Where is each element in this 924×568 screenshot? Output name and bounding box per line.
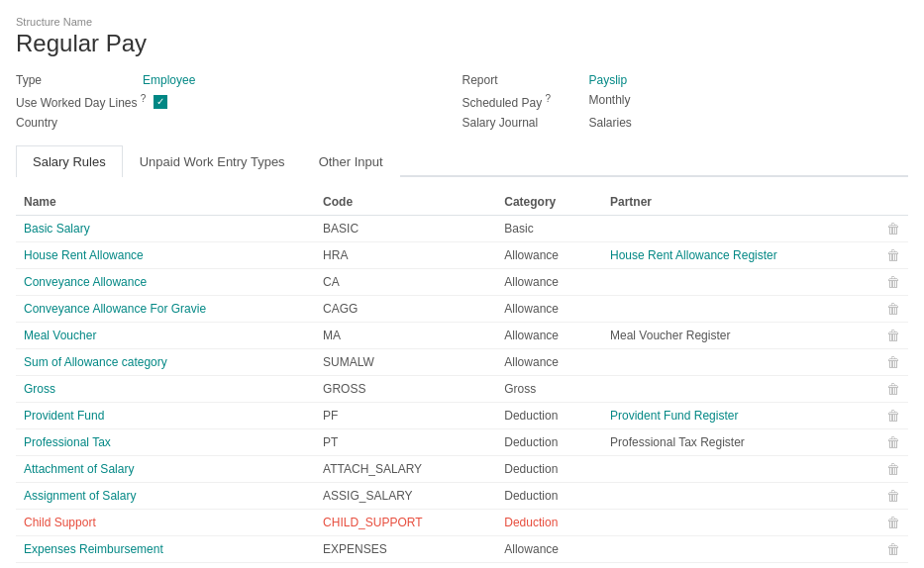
table-row: Child Support CHILD_SUPPORT Deduction 🗑 [16,510,908,536]
type-row: Type Employee [16,73,462,87]
delete-cell[interactable]: 🗑 [878,296,908,323]
row-partner: House Rent Allowance Register [602,242,878,269]
row-partner [602,296,878,323]
row-category: Deduction [496,429,602,456]
delete-icon[interactable]: 🗑 [886,247,900,263]
delete-cell[interactable]: 🗑 [878,510,908,536]
row-category: Deduction [496,483,602,510]
delete-icon[interactable]: 🗑 [886,381,900,397]
row-code: CAGG [315,296,496,323]
delete-cell[interactable]: 🗑 [878,269,908,296]
row-name[interactable]: Provident Fund [16,403,315,429]
delete-icon[interactable]: 🗑 [886,354,900,370]
row-code: CA [315,269,496,296]
delete-icon[interactable]: 🗑 [886,434,900,450]
row-name[interactable]: Conveyance Allowance For Gravie [16,296,315,323]
report-label: Report [462,73,581,87]
delete-icon[interactable]: 🗑 [886,461,900,477]
row-category: Gross [496,376,602,403]
delete-icon[interactable]: 🗑 [886,408,900,424]
row-partner [602,510,878,536]
delete-icon[interactable]: 🗑 [886,328,900,343]
row-category: Allowance [496,323,602,349]
row-code: CHILD_SUPPORT [315,510,496,536]
row-name[interactable]: Meal Voucher [16,323,315,349]
delete-cell[interactable]: 🗑 [878,216,908,242]
row-partner [602,349,878,376]
row-category: Deduction [496,403,602,429]
row-code: ATTACH_SALARY [315,456,496,483]
worked-day-row: Use Worked Day Lines ? ✓ [16,93,462,110]
tab-other-input[interactable]: Other Input [302,145,400,177]
row-name[interactable]: Sum of Allowance category [16,349,315,376]
country-label: Country [16,116,135,130]
row-partner [602,563,878,569]
delete-icon[interactable]: 🗑 [886,488,900,504]
row-name[interactable]: Attachment of Salary [16,456,315,483]
delete-cell[interactable]: 🗑 [878,456,908,483]
tab-unpaid-work[interactable]: Unpaid Work Entry Types [123,145,302,177]
table-row: Gross GROSS Gross 🗑 [16,376,908,403]
row-category: Allowance [496,242,602,269]
row-partner: Provident Fund Register [602,403,878,429]
delete-cell[interactable]: 🗑 [878,242,908,269]
row-code: HRA [315,242,496,269]
delete-icon[interactable]: 🗑 [886,274,900,290]
row-code: PT [315,429,496,456]
delete-icon[interactable]: 🗑 [886,541,900,557]
row-category: Allowance [496,296,602,323]
tab-salary-rules[interactable]: Salary Rules [16,145,123,177]
delete-icon[interactable]: 🗑 [886,221,900,237]
report-value[interactable]: Payslip [589,73,628,87]
col-partner: Partner [602,189,878,216]
delete-cell[interactable]: 🗑 [878,536,908,563]
row-name[interactable]: Basic Salary [16,216,315,242]
row-code: DEDUCTION [315,563,496,569]
table-row: Basic Salary BASIC Basic 🗑 [16,216,908,242]
table-row: Attachment of Salary ATTACH_SALARY Deduc… [16,456,908,483]
row-category: Basic [496,216,602,242]
row-partner: Professional Tax Register [602,429,878,456]
scheduled-pay-label: Scheduled Pay ? [462,93,581,110]
row-category: Deduction [496,510,602,536]
table-row: Conveyance Allowance For Gravie CAGG All… [16,296,908,323]
row-name[interactable]: Child Support [16,510,315,536]
col-category: Category [496,189,602,216]
row-name[interactable]: Professional Tax [16,429,315,456]
row-name[interactable]: House Rent Allowance [16,242,315,269]
type-value[interactable]: Employee [143,73,195,87]
delete-icon[interactable]: 🗑 [886,515,900,530]
right-fields: Report Payslip Scheduled Pay ? Monthly S… [462,73,909,130]
delete-cell[interactable]: 🗑 [878,483,908,510]
table-row: Deduction DEDUCTION Deduction 🗑 [16,563,908,569]
table-row: Expenses Reimbursement EXPENSES Allowanc… [16,536,908,563]
delete-icon[interactable]: 🗑 [886,301,900,317]
row-name[interactable]: Assignment of Salary [16,483,315,510]
row-code: GROSS [315,376,496,403]
table-row: House Rent Allowance HRA Allowance House… [16,242,908,269]
row-code: EXPENSES [315,536,496,563]
delete-cell[interactable]: 🗑 [878,403,908,429]
row-category: Deduction [496,456,602,483]
salary-journal-value: Salaries [589,116,632,130]
row-partner [602,456,878,483]
row-category: Allowance [496,349,602,376]
row-name[interactable]: Conveyance Allowance [16,269,315,296]
tab-bar: Salary Rules Unpaid Work Entry Types Oth… [16,145,908,177]
left-fields: Type Employee Use Worked Day Lines ? ✓ C… [16,73,462,130]
delete-cell[interactable]: 🗑 [878,376,908,403]
row-name[interactable]: Gross [16,376,315,403]
structure-label: Structure Name [16,16,908,28]
row-partner [602,536,878,563]
salary-journal-row: Salary Journal Salaries [462,116,909,130]
table-row: Provident Fund PF Deduction Provident Fu… [16,403,908,429]
delete-cell[interactable]: 🗑 [878,429,908,456]
delete-cell[interactable]: 🗑 [878,323,908,349]
row-category: Allowance [496,536,602,563]
delete-cell[interactable]: 🗑 [878,563,908,569]
delete-cell[interactable]: 🗑 [878,349,908,376]
worked-day-checkbox[interactable]: ✓ [154,93,167,109]
row-name[interactable]: Expenses Reimbursement [16,536,315,563]
row-name[interactable]: Deduction [16,563,315,569]
table-row: Assignment of Salary ASSIG_SALARY Deduct… [16,483,908,510]
